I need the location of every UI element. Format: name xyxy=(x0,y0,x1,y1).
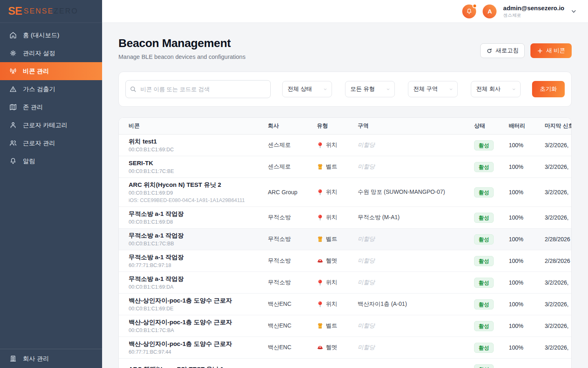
notifications-button[interactable] xyxy=(462,4,476,18)
company-cell: 무적소방 xyxy=(268,257,317,265)
sidebar-item-zone-mgmt[interactable]: 존 관리 xyxy=(0,98,102,116)
last-signal-cell: 3/2/2026, xyxy=(545,164,571,170)
table-row[interactable]: 무적소방 a-1 작업장 60:77:71:BC:97:18 무적소방 헬멧 미… xyxy=(119,250,571,272)
beacon-name: 무적소방 a-1 작업장 xyxy=(129,231,264,240)
user-menu[interactable]: admin@sensezero.io 센스제로 xyxy=(503,4,577,18)
beacon-name: 백산-상인자이-poc-1층 도양수 근로자 xyxy=(129,340,264,348)
zone-cell: 미할당 xyxy=(358,257,474,265)
beacon-table: 비콘회사유형구역상태배터리마지막 신호 위치 test1 00:C0:B1:C1… xyxy=(118,117,572,368)
beacon-name: ARC 헬멧(Hycor FC) TEST 유닛 1 xyxy=(129,365,264,368)
bell-icon xyxy=(466,8,473,15)
company-cell: 센스제로 xyxy=(268,163,317,171)
chevron-down-icon xyxy=(570,8,577,15)
table-row[interactable]: 무적소방 a-1 작업장 00:C0:B1:C1:69:DA 무적소방 위치 미… xyxy=(119,272,571,294)
topbar: A admin@sensezero.io 센스제로 xyxy=(102,0,588,23)
sidebar-item-alerts[interactable]: 알림 xyxy=(0,152,102,170)
type-label: 위치 xyxy=(326,188,337,196)
logo-mark: SE xyxy=(8,5,22,18)
sidebar-item-beacon-mgmt[interactable]: 비콘 관리 xyxy=(0,62,102,80)
avatar[interactable]: A xyxy=(483,4,497,18)
status-badge: 활성 xyxy=(474,343,494,353)
filter-select-type[interactable]: 모든 유형 xyxy=(345,81,395,97)
beacon-code: 00:C0:B1:C1:69:DC xyxy=(129,146,264,153)
table-row[interactable]: ARC 헬멧(Hycor FC) TEST 유닛 1 활성 xyxy=(119,359,571,368)
table-row[interactable]: 위치 test1 00:C0:B1:C1:69:DC 센스제로 위치 미할당 활… xyxy=(119,135,571,156)
new-beacon-button[interactable]: 새 비콘 xyxy=(530,43,572,58)
table-row[interactable]: 무적소방 a-1 작업장 00:C0:B1:C1:7C:BB 무적소방 벨트 미… xyxy=(119,229,571,250)
column-header: 유형 xyxy=(317,122,358,130)
sidebar-item-label: 존 관리 xyxy=(23,103,43,111)
warning-triangle-icon xyxy=(9,85,17,93)
safety-vest-icon xyxy=(317,323,323,329)
sidebar-item-worker-mgmt[interactable]: 근로자 관리 xyxy=(0,134,102,152)
user-org: 센스제로 xyxy=(503,13,564,18)
table-row[interactable]: 백산-상인자이-poc-1층 도양수 근로자 00:C0:B1:C1:7C:BA… xyxy=(119,315,571,337)
type-cell: 위치 xyxy=(317,279,358,286)
search-icon xyxy=(130,86,136,92)
status-badge: 활성 xyxy=(474,278,494,288)
table-row[interactable]: ARC 위치(Hycon N) TEST 유닛 2 00:C0:B1:C1:69… xyxy=(119,178,571,207)
chevron-down-icon xyxy=(386,87,390,92)
sidebar-item-worker-category[interactable]: 근로자 카테고리 xyxy=(0,116,102,134)
search-input[interactable] xyxy=(125,80,271,98)
beacon-code: 00:C0:B1:C1:7C:BB xyxy=(129,240,264,247)
type-label: 벨트 xyxy=(326,163,337,171)
helmet-icon xyxy=(317,258,323,264)
filter-select-status[interactable]: 전체 상태 xyxy=(282,81,332,97)
beacon-name: 무적소방 a-1 작업장 xyxy=(129,275,264,283)
sidebar-item-home[interactable]: 홈 (대시보드) xyxy=(0,26,102,44)
company-cell: ARC Group xyxy=(268,189,317,195)
sidebar-item-label: 홈 (대시보드) xyxy=(23,31,59,39)
beacon-ios-id: iOS: CCE99BED-E080-04C4-1A91-1A1A29B6411… xyxy=(129,197,264,204)
user-email: admin@sensezero.io xyxy=(503,4,564,12)
user-info: admin@sensezero.io 센스제로 xyxy=(503,4,564,18)
type-cell xyxy=(317,366,358,368)
table-row[interactable]: 백산-상인자이-poc-1층 도양수 근로자 60:77:71:BC:97:44… xyxy=(119,337,571,359)
battery-cell: 100% xyxy=(509,142,545,148)
type-label: 벨트 xyxy=(326,236,337,243)
person-icon xyxy=(9,121,17,129)
select-value: 전체 상태 xyxy=(287,85,312,93)
beacon-icon xyxy=(9,67,17,75)
type-cell: 위치 xyxy=(317,214,358,221)
filter-select-company[interactable]: 전체 회사 xyxy=(471,81,521,97)
sidebar-item-admin-settings[interactable]: 관리자 설정 xyxy=(0,44,102,62)
last-signal-cell: 3/2/2026, xyxy=(545,344,571,351)
battery-cell: 100% xyxy=(509,258,545,264)
refresh-button[interactable]: 새로고침 xyxy=(480,43,525,58)
reset-filters-button[interactable]: 초기화 xyxy=(532,81,565,97)
main-content: Beacon Management Manage BLE beacon devi… xyxy=(102,23,588,368)
company-cell: 무적소방 xyxy=(268,236,317,243)
beacon-code: 00:C0:B1:C1:7C:BA xyxy=(129,327,264,334)
location-pin-icon xyxy=(317,142,323,148)
sidebar-item-company-mgmt[interactable]: 회사 관리 xyxy=(0,349,102,368)
last-signal-cell: 3/2/2026, xyxy=(545,142,571,148)
beacon-name: 백산-상인자이-poc-1층 도양수 근로자 xyxy=(129,296,264,305)
safety-vest-icon xyxy=(317,236,323,242)
notification-badge xyxy=(472,4,477,8)
sidebar-item-label: 회사 관리 xyxy=(23,355,49,363)
type-cell: 헬멧 xyxy=(317,257,358,265)
beacon-code: 60:77:71:BC:97:44 xyxy=(129,349,264,355)
gear-icon xyxy=(9,49,17,57)
table-row[interactable]: SERI-TK 00:C0:B1:C1:7C:BE 센스제로 벨트 미할당 활성… xyxy=(119,156,571,178)
filter-select-zone[interactable]: 전체 구역 xyxy=(408,81,458,97)
beacon-name: 무적소방 a-1 작업장 xyxy=(129,210,264,218)
battery-cell: 100% xyxy=(509,189,545,195)
location-pin-icon xyxy=(317,279,323,286)
last-signal-cell: 3/2/2026, xyxy=(545,189,571,195)
page-header: Beacon Management Manage BLE beacon devi… xyxy=(118,37,572,60)
table-row[interactable]: 백산-상인자이-poc-1층 도양수 근로자 00:C0:B1:C1:69:DE… xyxy=(119,294,571,315)
zone-cell: 미할당 xyxy=(358,322,474,330)
last-signal-cell: 3/2/2026, xyxy=(545,301,571,307)
company-cell: 백산ENC xyxy=(268,322,317,330)
table-row[interactable]: 무적소방 a-1 작업장 00:C0:B1:C1:69:D8 무적소방 위치 무… xyxy=(119,207,571,229)
battery-cell: 100% xyxy=(509,323,545,329)
type-cell: 벨트 xyxy=(317,322,358,330)
type-cell: 벨트 xyxy=(317,163,358,171)
beacon-code: 00:C0:B1:C1:7C:BE xyxy=(129,168,264,175)
location-pin-icon xyxy=(317,301,323,307)
type-label: 벨트 xyxy=(326,322,337,330)
sidebar-item-gas-detector[interactable]: 가스 검출기 xyxy=(0,80,102,98)
battery-cell: 100% xyxy=(509,164,545,170)
